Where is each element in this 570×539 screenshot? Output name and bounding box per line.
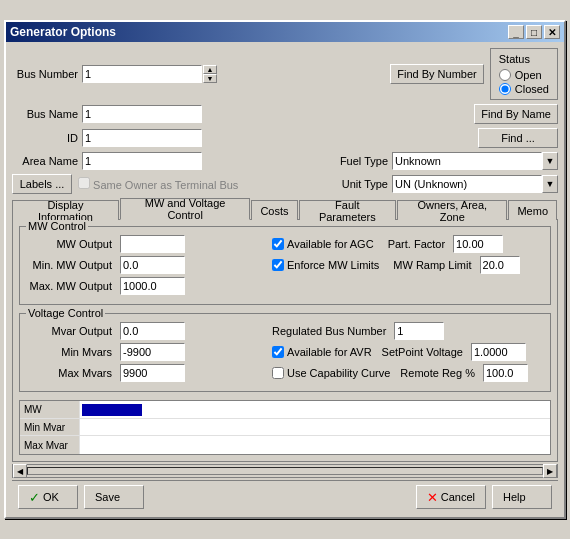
find-button[interactable]: Find ... <box>478 128 558 148</box>
status-closed-row: Closed <box>499 83 549 95</box>
scroll-right-button[interactable]: ▶ <box>543 464 557 478</box>
tab-display-information[interactable]: Display Information <box>12 200 119 220</box>
tab-mw-voltage-control[interactable]: MW and Voltage Control <box>120 198 251 220</box>
mvar-output-label: Mvar Output <box>26 325 116 337</box>
cancel-x-icon: ✕ <box>427 490 438 505</box>
titlebar-buttons: _ □ ✕ <box>508 25 560 39</box>
bus-name-label: Bus Name <box>12 108 82 120</box>
mw-output-row: MW Output <box>26 235 266 253</box>
tab-costs[interactable]: Costs <box>251 200 297 220</box>
scroll-track[interactable] <box>27 467 543 475</box>
max-mw-output-row: Max. MW Output <box>26 277 266 295</box>
fuel-type-input[interactable] <box>392 152 542 170</box>
enforce-mw-checkbox[interactable] <box>272 259 284 271</box>
mw-left-col: MW Output Min. MW Output Max. MW Output <box>26 235 266 298</box>
minimize-button[interactable]: _ <box>508 25 524 39</box>
status-closed-radio[interactable] <box>499 83 511 95</box>
remote-reg-label: Remote Reg % <box>400 367 475 379</box>
setpoint-voltage-input[interactable] <box>471 343 526 361</box>
fuel-type-combo: ▼ <box>392 152 558 170</box>
enforce-mw-row: Enforce MW Limits MW Ramp Limit <box>272 256 544 274</box>
mw-two-col: MW Output Min. MW Output Max. MW Output <box>26 235 544 298</box>
chart-min-mvar-bar-area <box>80 419 550 436</box>
mw-ramp-input[interactable] <box>480 256 520 274</box>
regulated-bus-input[interactable] <box>394 322 444 340</box>
status-open-radio[interactable] <box>499 69 511 81</box>
find-by-number-button[interactable]: Find By Number <box>390 64 483 84</box>
min-mvars-input[interactable] <box>120 343 185 361</box>
voltage-control-section: Voltage Control Mvar Output Min Mvars <box>19 313 551 392</box>
status-closed-label: Closed <box>515 83 549 95</box>
chart-min-mvar-row: Min Mvar <box>20 419 550 437</box>
bus-number-label: Bus Number <box>12 68 82 80</box>
available-agc-checkbox[interactable] <box>272 238 284 250</box>
unit-type-dropdown-btn[interactable]: ▼ <box>542 175 558 193</box>
status-label: Status <box>499 53 549 65</box>
fuel-type-area: Fuel Type ▼ <box>340 152 558 170</box>
mvar-output-input[interactable] <box>120 322 185 340</box>
find-by-name-area: Find By Name <box>468 104 558 124</box>
remote-reg-input[interactable] <box>483 364 528 382</box>
fuel-type-dropdown-btn[interactable]: ▼ <box>542 152 558 170</box>
unit-type-label: Unit Type <box>342 178 388 190</box>
cancel-button[interactable]: ✕ Cancel <box>416 485 486 509</box>
find-by-name-button[interactable]: Find By Name <box>474 104 558 124</box>
mw-ramp-label: MW Ramp Limit <box>393 259 471 271</box>
chart-max-mvar-row: Max Mvar <box>20 436 550 454</box>
min-mvars-label: Min Mvars <box>26 346 116 358</box>
voltage-control-title: Voltage Control <box>26 307 105 319</box>
generator-options-window: Generator Options _ □ ✕ Bus Number ▲ ▼ F… <box>4 20 566 519</box>
enforce-mw-check-row: Enforce MW Limits <box>272 259 379 271</box>
bus-name-input[interactable] <box>82 105 202 123</box>
voltage-left-col: Mvar Output Min Mvars Max Mvars <box>26 322 266 385</box>
mw-output-input[interactable] <box>120 235 185 253</box>
use-capability-checkbox[interactable] <box>272 367 284 379</box>
close-button[interactable]: ✕ <box>544 25 560 39</box>
spin-buttons: ▲ ▼ <box>203 65 217 83</box>
bus-number-input[interactable] <box>82 65 202 83</box>
id-input[interactable] <box>82 129 202 147</box>
max-mvars-input[interactable] <box>120 364 185 382</box>
voltage-two-col: Mvar Output Min Mvars Max Mvars <box>26 322 544 385</box>
avr-check-row: Available for AVR <box>272 346 372 358</box>
window-title: Generator Options <box>10 25 116 39</box>
ok-button[interactable]: ✓ OK <box>18 485 78 509</box>
ok-check-icon: ✓ <box>29 490 40 505</box>
main-content: Bus Number ▲ ▼ Find By Number Status Ope… <box>6 42 564 517</box>
find-by-number-area: Find By Number Status Open Closed <box>384 48 558 100</box>
maximize-button[interactable]: □ <box>526 25 542 39</box>
mvar-output-row: Mvar Output <box>26 322 266 340</box>
spin-down-button[interactable]: ▼ <box>203 74 217 83</box>
labels-button[interactable]: Labels ... <box>12 174 72 194</box>
max-mw-output-input[interactable] <box>120 277 185 295</box>
same-owner-checkbox <box>78 177 90 189</box>
chart-mw-bar <box>82 404 142 416</box>
bottom-button-bar: ✓ OK Save ✕ Cancel Help <box>12 480 558 513</box>
setpoint-voltage-label: SetPoint Voltage <box>382 346 463 358</box>
mw-output-label: MW Output <box>26 238 116 250</box>
chart-mw-label: MW <box>20 401 80 418</box>
tab-content-area: MW Control MW Output Min. MW Output <box>12 219 558 462</box>
unit-type-area: Unit Type ▼ <box>342 175 558 193</box>
spin-up-button[interactable]: ▲ <box>203 65 217 74</box>
regulated-bus-row: Regulated Bus Number <box>272 322 544 340</box>
area-name-label: Area Name <box>12 155 82 167</box>
min-mw-output-input[interactable] <box>120 256 185 274</box>
min-mvars-row: Min Mvars <box>26 343 266 361</box>
help-button[interactable]: Help <box>492 485 552 509</box>
tab-owners-area-zone[interactable]: Owners, Area, Zone <box>397 200 507 220</box>
status-open-row: Open <box>499 69 549 81</box>
bus-name-row: Bus Name Find By Name <box>12 104 558 124</box>
available-avr-checkbox[interactable] <box>272 346 284 358</box>
tab-memo[interactable]: Memo <box>508 200 557 220</box>
part-factor-input[interactable] <box>453 235 503 253</box>
area-name-input[interactable] <box>82 152 202 170</box>
save-button[interactable]: Save <box>84 485 144 509</box>
scroll-left-button[interactable]: ◀ <box>13 464 27 478</box>
available-avr-label: Available for AVR <box>287 346 372 358</box>
max-mw-output-label: Max. MW Output <box>26 280 116 292</box>
unit-type-input[interactable] <box>392 175 542 193</box>
tab-fault-parameters[interactable]: Fault Parameters <box>299 200 397 220</box>
max-mvars-label: Max Mvars <box>26 367 116 379</box>
tabs-bar: Display Information MW and Voltage Contr… <box>12 198 558 220</box>
